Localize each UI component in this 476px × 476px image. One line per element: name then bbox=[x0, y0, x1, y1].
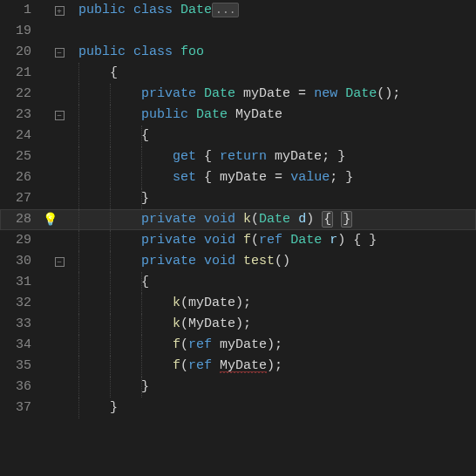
fold-expand-icon[interactable]: + bbox=[55, 6, 65, 16]
type: Date bbox=[180, 3, 212, 17]
argument: myDate bbox=[220, 337, 267, 352]
keyword: private bbox=[141, 254, 196, 269]
argument: MyDate bbox=[188, 316, 235, 331]
code-line[interactable]: 34 f(ref myDate); bbox=[0, 335, 476, 356]
line-number: 20 bbox=[0, 42, 40, 63]
keyword: set bbox=[173, 170, 196, 185]
line-number: 37 bbox=[0, 398, 40, 418]
line-number: 32 bbox=[0, 293, 40, 314]
code-line[interactable]: 20 − public class foo bbox=[0, 42, 476, 63]
code-line[interactable]: 29 private void f(ref Date r) { } bbox=[0, 230, 476, 251]
brace: { bbox=[141, 275, 149, 289]
matched-brace: { bbox=[322, 211, 333, 228]
line-number: 23 bbox=[0, 105, 40, 126]
method-call: f bbox=[173, 358, 180, 373]
code-line[interactable]: 24 { bbox=[0, 126, 476, 146]
code-editor[interactable]: 1 + public class Date... 19 20 − public … bbox=[0, 0, 476, 418]
code-line[interactable]: 30 − private void test() bbox=[0, 251, 476, 272]
keyword: new bbox=[314, 86, 337, 101]
identifier: myDate bbox=[220, 170, 267, 185]
parameter: r bbox=[330, 233, 337, 248]
keyword: ref bbox=[188, 358, 212, 373]
type: Date bbox=[345, 86, 377, 101]
keyword: public bbox=[78, 44, 126, 59]
keyword: public bbox=[141, 107, 188, 122]
line-number: 28 bbox=[0, 209, 40, 230]
type: Date bbox=[204, 86, 235, 101]
keyword: get bbox=[173, 149, 196, 164]
code-line[interactable]: 23 − public Date MyDate bbox=[0, 105, 476, 126]
argument: myDate bbox=[188, 296, 235, 310]
keyword: private bbox=[141, 86, 196, 101]
code-line[interactable]: 21 { bbox=[0, 63, 476, 84]
code-line[interactable]: 27 } bbox=[0, 188, 476, 209]
code-line[interactable]: 1 + public class Date... bbox=[0, 0, 476, 21]
brace: } bbox=[141, 191, 149, 206]
line-number: 21 bbox=[0, 63, 40, 84]
argument-error: MyDate bbox=[220, 358, 267, 374]
line-number: 36 bbox=[0, 377, 40, 398]
fold-collapse-icon[interactable]: − bbox=[55, 48, 65, 58]
fold-collapse-icon[interactable]: − bbox=[55, 111, 65, 120]
keyword: class bbox=[133, 44, 173, 59]
method: test bbox=[243, 254, 275, 269]
code-line[interactable]: 25 get { return myDate; } bbox=[0, 146, 476, 167]
line-number: 27 bbox=[0, 188, 40, 209]
code-line[interactable]: 37 } bbox=[0, 398, 476, 418]
line-number: 33 bbox=[0, 314, 40, 335]
field: myDate bbox=[243, 86, 290, 101]
method-call: k bbox=[173, 316, 180, 331]
brace: { bbox=[141, 128, 149, 143]
code-line[interactable]: 32 k(myDate); bbox=[0, 293, 476, 314]
keyword: value bbox=[290, 170, 330, 185]
identifier: myDate bbox=[275, 149, 322, 164]
line-number: 26 bbox=[0, 167, 40, 188]
line-number: 24 bbox=[0, 126, 40, 146]
line-number: 22 bbox=[0, 84, 40, 105]
line-number: 29 bbox=[0, 230, 40, 251]
keyword: private bbox=[141, 233, 196, 248]
method: k bbox=[243, 212, 251, 227]
type: Date bbox=[196, 107, 228, 122]
parameter: d bbox=[298, 212, 306, 227]
fold-collapse-icon[interactable]: − bbox=[55, 257, 65, 267]
code-line[interactable]: 35 f(ref MyDate); bbox=[0, 356, 476, 377]
method: f bbox=[243, 233, 251, 248]
lightbulb-icon[interactable]: 💡 bbox=[43, 209, 58, 230]
brace: } bbox=[110, 400, 118, 415]
keyword: return bbox=[220, 149, 267, 164]
keyword: private bbox=[141, 212, 196, 227]
code-line-active[interactable]: 💡 28 private void k(Date d) { } bbox=[0, 209, 476, 230]
type: Date bbox=[259, 212, 290, 227]
line-number: 31 bbox=[0, 272, 40, 293]
line-number: 19 bbox=[0, 21, 40, 42]
method-call: f bbox=[173, 337, 180, 352]
property: MyDate bbox=[235, 107, 282, 122]
collapsed-region[interactable]: ... bbox=[212, 3, 239, 17]
line-number: 1 bbox=[0, 0, 40, 21]
code-line[interactable]: 19 bbox=[0, 21, 476, 42]
keyword: class bbox=[133, 3, 173, 17]
keyword: ref bbox=[259, 233, 282, 248]
type: Date bbox=[290, 233, 322, 248]
code-line[interactable]: 36 } bbox=[0, 377, 476, 398]
keyword: void bbox=[204, 233, 235, 248]
keyword: void bbox=[204, 254, 235, 269]
type: foo bbox=[180, 44, 204, 59]
line-number: 35 bbox=[0, 356, 40, 377]
keyword: public bbox=[78, 3, 126, 17]
method-call: k bbox=[173, 296, 180, 310]
code-line[interactable]: 26 set { myDate = value; } bbox=[0, 167, 476, 188]
keyword: void bbox=[204, 212, 235, 227]
line-number: 30 bbox=[0, 251, 40, 272]
keyword: ref bbox=[188, 337, 212, 352]
brace: } bbox=[141, 379, 149, 394]
code-line[interactable]: 33 k(MyDate); bbox=[0, 314, 476, 335]
code-line[interactable]: 31 { bbox=[0, 272, 476, 293]
code-line[interactable]: 22 private Date myDate = new Date(); bbox=[0, 84, 476, 105]
brace: { bbox=[110, 65, 118, 80]
line-number: 34 bbox=[0, 335, 40, 356]
line-number: 25 bbox=[0, 146, 40, 167]
matched-brace: } bbox=[341, 211, 352, 228]
